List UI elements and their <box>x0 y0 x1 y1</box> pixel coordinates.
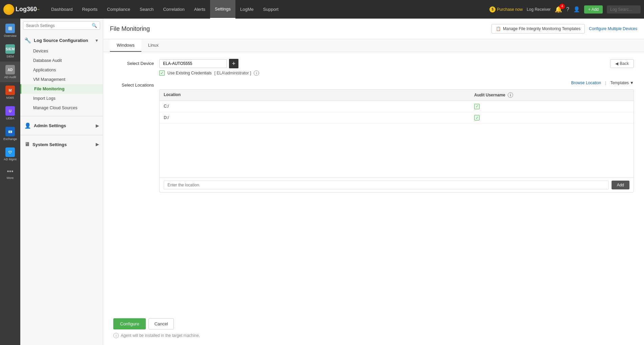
table-row: C:/ ✓ <box>160 101 634 112</box>
help-button[interactable]: ? <box>566 6 569 13</box>
check-icon-d: ✓ <box>474 115 480 120</box>
nav-file-monitoring[interactable]: File Monitoring <box>20 84 103 94</box>
location-input[interactable] <box>164 181 609 189</box>
manage-templates-button[interactable]: 📋 Manage File Integrity Monitoring Templ… <box>491 24 585 33</box>
location-input-row: Add <box>160 178 634 192</box>
system-icon: 🖥 <box>24 141 30 147</box>
add-button[interactable]: + Add <box>584 5 603 14</box>
admin-settings-header[interactable]: 👤 Admin Settings ▶ <box>20 120 103 132</box>
col-location-header: Location <box>164 92 474 98</box>
sidebar-item-ad-audit[interactable]: AD AD Audit <box>0 62 20 82</box>
use-credentials-checkbox[interactable]: ✓ <box>159 70 165 76</box>
nav-database-audit[interactable]: Database Audit <box>20 56 103 65</box>
nav-reports[interactable]: Reports <box>77 0 102 19</box>
locations-table: Location Audit Username i C:/ ✓ <box>159 89 634 192</box>
locations-control-group: Browse Location | Templates ▼ Location A… <box>159 80 634 192</box>
tab-linux[interactable]: Linux <box>141 39 165 52</box>
settings-search-input[interactable] <box>26 23 92 28</box>
log-source-icon: 🔧 <box>24 37 31 44</box>
purchase-icon: $ <box>489 6 496 13</box>
tab-windows[interactable]: Windows <box>110 39 141 52</box>
nav-logme[interactable]: LogMe <box>235 0 258 19</box>
nav-import-logs[interactable]: Import Logs <box>20 94 103 103</box>
logo-tail: ~ <box>37 7 40 12</box>
table-row: D:/ ✓ <box>160 112 634 124</box>
settings-search-box[interactable]: 🔍 <box>23 21 100 30</box>
log-search-input[interactable] <box>607 5 641 14</box>
notification-button[interactable]: 🔔 4 <box>555 6 562 13</box>
sidebar-item-ad-management[interactable]: 🛡 AD Mgmt <box>0 144 20 165</box>
nav-alerts[interactable]: Alerts <box>189 0 210 19</box>
nav-right: $ Purchase now Log Receiver 🔔 4 ? 👤 + Ad… <box>489 5 641 14</box>
audit-check-d[interactable]: ✓ <box>474 115 629 121</box>
log-source-section: 🔧 Log Source Configuration ▼ Devices Dat… <box>20 32 103 115</box>
header-actions: 📋 Manage File Integrity Monitoring Templ… <box>491 24 637 33</box>
credentials-info-icon[interactable]: i <box>254 70 259 76</box>
configure-multiple-link[interactable]: Configure Multiple Devices <box>589 26 637 31</box>
sidebar-item-siem[interactable]: SIEM SIEM <box>0 41 20 62</box>
device-control-group: + ◀ Back ✓ Use Existing Credentials [ EL… <box>159 59 634 76</box>
nav-support[interactable]: Support <box>258 0 283 19</box>
locations-table-header: Location Audit Username i <box>160 90 634 101</box>
admin-icon: 👤 <box>24 122 31 129</box>
audit-check-c[interactable]: ✓ <box>474 104 629 109</box>
locations-empty-area <box>160 123 634 178</box>
m365-label: M365 <box>6 96 14 99</box>
back-button[interactable]: ◀ Back <box>610 59 634 68</box>
top-nav-links: Dashboard Reports Compliance Search Corr… <box>46 0 283 19</box>
sidebar-item-exchange[interactable]: 📧 Exchange <box>0 123 20 144</box>
nav-devices[interactable]: Devices <box>20 46 103 56</box>
logo-text: Log360 <box>16 6 37 13</box>
system-settings-header[interactable]: 🖥 System Settings ▶ <box>20 139 103 150</box>
ad-mgmt-icon: 🛡 <box>5 147 15 157</box>
log-source-header[interactable]: 🔧 Log Source Configuration ▼ <box>20 34 103 46</box>
nav-vm-management[interactable]: VM Management <box>20 75 103 84</box>
nav-compliance[interactable]: Compliance <box>102 0 135 19</box>
footer-note: i Agent will be installed in the target … <box>113 333 634 338</box>
sidebar-item-more[interactable]: ••• More <box>0 165 20 183</box>
log-receiver-label[interactable]: Log Receiver <box>527 7 551 12</box>
credentials-row: ✓ Use Existing Credentials [ ELA\adminis… <box>159 70 634 76</box>
user-button[interactable]: 👤 <box>573 6 580 13</box>
select-locations-row: Select Locations Browse Location | Templ… <box>113 80 634 192</box>
nav-correlation[interactable]: Correlation <box>158 0 189 19</box>
divider-pipe: | <box>605 80 606 85</box>
sidebar-item-overview[interactable]: ⊞ Overview <box>0 20 20 41</box>
system-arrow: ▶ <box>96 142 99 147</box>
page-title: File Monitoring <box>110 25 150 32</box>
back-label: Back <box>620 61 629 66</box>
tab-bar: Windows Linux <box>103 39 644 52</box>
top-nav: Log360 ~ Dashboard Reports Compliance Se… <box>0 0 644 19</box>
device-add-button[interactable]: + <box>229 59 238 68</box>
select-device-row: Select Device + ◀ Back ✓ Use Existing Cr… <box>113 59 634 76</box>
ueba-icon: U <box>5 106 15 116</box>
main-layout: ⊞ Overview SIEM SIEM AD AD Audit M M365 … <box>0 19 644 345</box>
nav-manage-cloud-sources[interactable]: Manage Cloud Sources <box>20 103 103 113</box>
sidebar-item-ueba[interactable]: U UEBA <box>0 103 20 123</box>
more-dots-icon: ••• <box>7 168 14 175</box>
nav-applications[interactable]: Applications <box>20 65 103 75</box>
audit-info-icon[interactable]: i <box>508 92 513 98</box>
log-source-items: Devices Database Audit Applications VM M… <box>20 46 103 113</box>
content-header: File Monitoring 📋 Manage File Integrity … <box>103 19 644 39</box>
nav-search[interactable]: Search <box>135 0 158 19</box>
templates-button[interactable]: Templates ▼ <box>610 80 634 85</box>
nav-sidebar: 🔍 🔧 Log Source Configuration ▼ Devices D… <box>20 19 103 345</box>
sidebar-item-m365[interactable]: M M365 <box>0 82 20 103</box>
nav-settings[interactable]: Settings <box>210 0 235 19</box>
admin-settings-label: Admin Settings <box>34 123 66 128</box>
ueba-label: UEBA <box>6 117 15 120</box>
nav-dashboard[interactable]: Dashboard <box>46 0 77 19</box>
credentials-value: [ ELA\administrator ] <box>214 71 251 75</box>
browse-location-link[interactable]: Browse Location <box>571 80 601 85</box>
device-input[interactable] <box>159 59 227 68</box>
cancel-button[interactable]: Cancel <box>148 318 174 329</box>
configure-button[interactable]: Configure <box>113 318 146 329</box>
logo-icon <box>3 4 14 15</box>
overview-icon: ⊞ <box>5 24 15 33</box>
system-settings-section: 🖥 System Settings ▶ <box>20 137 103 152</box>
location-add-button[interactable]: Add <box>612 181 629 189</box>
purchase-now-button[interactable]: $ Purchase now <box>489 6 523 13</box>
exchange-icon: 📧 <box>5 127 15 136</box>
search-icon: 🔍 <box>92 23 97 28</box>
